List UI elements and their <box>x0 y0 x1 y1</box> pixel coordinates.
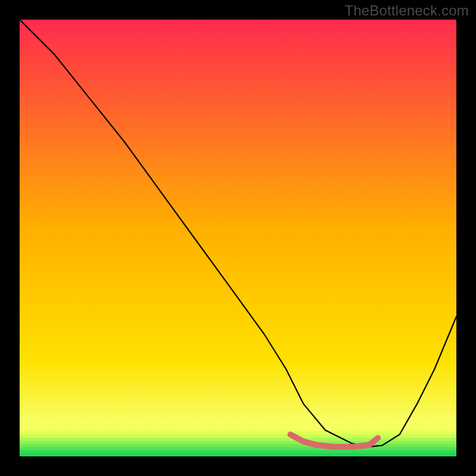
chart-plot-area <box>20 20 456 456</box>
svg-rect-7 <box>20 453 456 456</box>
gradient-background <box>20 20 456 456</box>
green-bands <box>20 431 456 456</box>
chart-frame: TheBottleneck.com <box>0 0 476 476</box>
chart-svg <box>20 20 456 456</box>
watermark-text: TheBottleneck.com <box>345 2 469 19</box>
